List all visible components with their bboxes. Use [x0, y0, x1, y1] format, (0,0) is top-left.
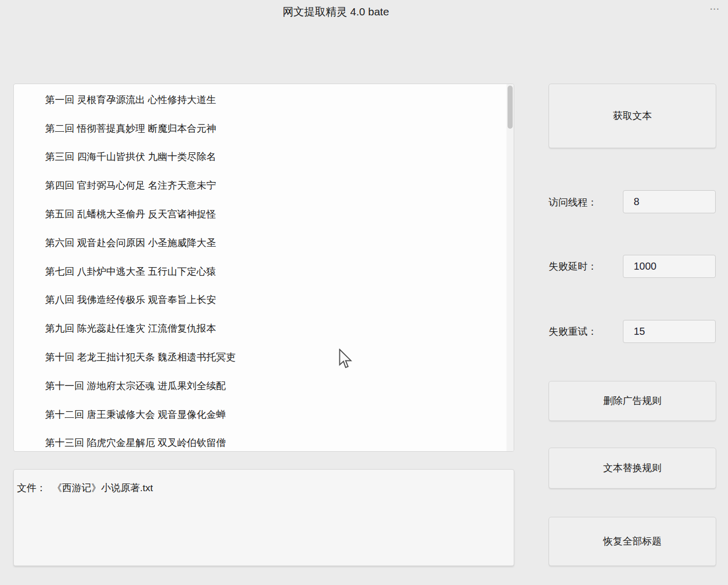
list-item[interactable]: 第七回 八卦炉中逃大圣 五行山下定心猿: [14, 257, 514, 286]
list-item[interactable]: 第二回 悟彻菩提真妙理 断魔归本合元神: [14, 114, 514, 143]
app-title: 网文提取精灵 4.0 bate: [0, 5, 672, 19]
list-item[interactable]: 第五回 乱蟠桃大圣偷丹 反天宫诸神捉怪: [14, 200, 514, 229]
list-item[interactable]: 第六回 观音赴会问原因 小圣施威降大圣: [14, 229, 514, 257]
fail-retry-label: 失败重试：: [549, 326, 597, 337]
list-item[interactable]: 第十回 老龙王拙计犯天条 魏丞相遗书托冥吏: [14, 343, 514, 372]
more-menu-button[interactable]: ···: [710, 5, 720, 13]
threads-input[interactable]: [623, 190, 716, 213]
scrollbar-thumb[interactable]: [508, 86, 513, 129]
fail-retry-input[interactable]: [623, 320, 716, 343]
fail-delay-input[interactable]: [623, 255, 716, 278]
text-replace-rules-button[interactable]: 文本替换规则: [549, 448, 716, 489]
file-info-panel: 文件：《西游记》小说原著.txt: [13, 469, 514, 566]
list-item[interactable]: 第十二回 唐王秉诚修大会 观音显像化金蝉: [14, 400, 514, 429]
list-item[interactable]: 第一回 灵根育孕源流出 心性修持大道生: [14, 86, 514, 114]
get-text-button[interactable]: 获取文本: [549, 84, 716, 148]
chapter-list-items: 第一回 灵根育孕源流出 心性修持大道生 第二回 悟彻菩提真妙理 断魔归本合元神 …: [14, 84, 514, 452]
list-item[interactable]: 第十一回 游地府太宗还魂 进瓜果刘全续配: [14, 372, 514, 400]
list-item[interactable]: 第三回 四海千山皆拱伏 九幽十类尽除名: [14, 143, 514, 172]
restore-all-titles-button[interactable]: 恢复全部标题: [549, 517, 716, 566]
threads-label: 访问线程：: [549, 197, 597, 208]
chapter-list: 第一回 灵根育孕源流出 心性修持大道生 第二回 悟彻菩提真妙理 断魔归本合元神 …: [13, 84, 514, 452]
list-item[interactable]: 第八回 我佛造经传极乐 观音奉旨上长安: [14, 286, 514, 315]
list-item[interactable]: 第四回 官封弼马心何足 名注齐天意未宁: [14, 171, 514, 200]
scrollbar-track[interactable]: [507, 84, 514, 451]
delete-ad-rules-button[interactable]: 删除广告规则: [549, 381, 716, 421]
fail-delay-label: 失败延时：: [549, 261, 597, 272]
ellipsis-icon: ···: [710, 5, 720, 13]
list-item[interactable]: 第九回 陈光蕊赴任逢灾 江流僧复仇报本: [14, 314, 514, 343]
file-name: 《西游记》小说原著.txt: [52, 482, 153, 493]
file-label: 文件：: [17, 482, 46, 493]
list-item[interactable]: 第十三回 陷虎穴金星解厄 双叉岭伯钦留僧: [14, 429, 514, 452]
